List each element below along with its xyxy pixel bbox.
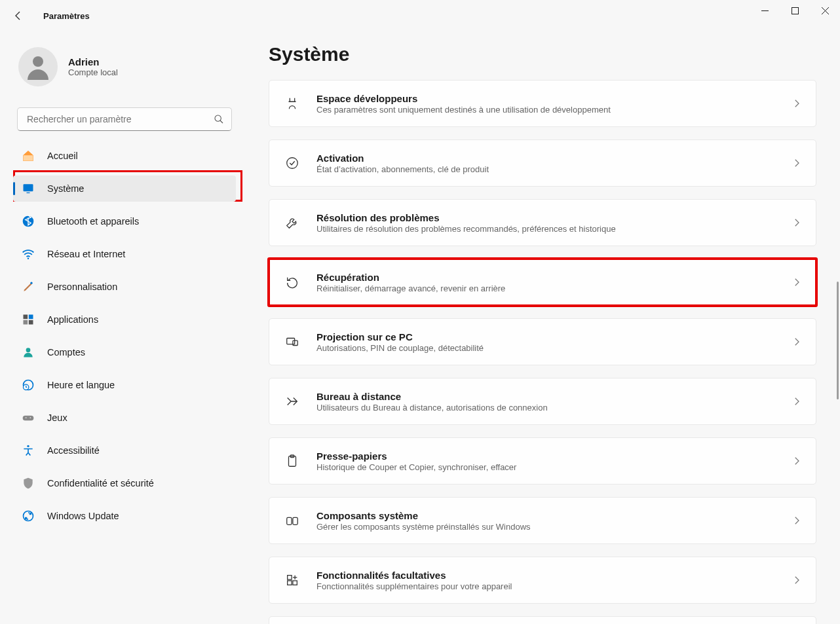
svg-rect-26	[287, 339, 295, 344]
card-subtitle: Utilisateurs du Bureau à distance, autor…	[316, 403, 791, 413]
card-subtitle: Historique de Couper et Copier, synchron…	[316, 462, 791, 472]
chevron-right-icon	[791, 276, 803, 288]
chevron-right-icon	[791, 98, 803, 109]
profile-block[interactable]: Adrien Compte local	[13, 42, 236, 97]
svg-point-12	[30, 282, 32, 284]
nav-reseau[interactable]: Réseau et Internet	[13, 241, 236, 267]
chevron-right-icon	[791, 574, 803, 586]
scrollbar-thumb[interactable]	[837, 282, 839, 399]
card-title: Projection sur ce PC	[316, 331, 791, 342]
chevron-right-icon	[791, 336, 803, 348]
back-button[interactable]	[5, 3, 31, 29]
nav-applications[interactable]: Applications	[13, 306, 236, 333]
card-projection[interactable]: Projection sur ce PC Autorisations, PIN …	[269, 318, 816, 365]
developer-icon	[282, 94, 302, 113]
person-icon	[21, 345, 35, 359]
card-subtitle: Ces paramètres sont uniquement destinés …	[316, 105, 791, 115]
card-title: Résolution des problèmes	[316, 212, 791, 223]
search-container	[17, 107, 232, 131]
svg-rect-20	[23, 416, 34, 421]
check-circle-icon	[282, 153, 302, 173]
profile-name: Adrien	[68, 56, 118, 67]
clipboard-icon	[282, 451, 302, 471]
svg-rect-8	[24, 184, 33, 191]
search-input[interactable]	[17, 107, 232, 131]
card-subtitle: Utilitaires de résolution des problèmes …	[316, 224, 791, 234]
nav-accueil[interactable]: Accueil	[13, 143, 236, 169]
recovery-icon	[282, 272, 302, 292]
apps-icon	[21, 312, 35, 327]
nav-confidentialite[interactable]: Confidentialité et sécurité	[13, 470, 236, 496]
card-title: Espace développeurs	[316, 93, 791, 104]
card-title: Récupération	[316, 272, 791, 283]
card-subtitle: Gérer les composants système préinstallé…	[316, 522, 791, 532]
update-icon	[21, 509, 35, 523]
card-fonctionnalites-facultatives[interactable]: Fonctionnalités facultatives Fonctionnal…	[269, 557, 816, 604]
svg-rect-33	[288, 581, 292, 585]
arrow-left-icon	[13, 10, 24, 21]
clock-globe-icon	[21, 378, 35, 392]
shield-icon	[21, 476, 35, 490]
profile-subtitle: Compte local	[68, 67, 118, 77]
projection-icon	[282, 332, 302, 352]
card-title: Presse-papiers	[316, 450, 791, 462]
svg-rect-15	[24, 320, 28, 325]
card-activation[interactable]: Activation État d’activation, abonnement…	[269, 139, 816, 187]
nav-jeux[interactable]: Jeux	[13, 405, 236, 431]
card-presse-papiers[interactable]: Presse-papiers Historique de Couper et C…	[269, 437, 816, 485]
accessibility-icon	[21, 443, 35, 458]
nav-heure[interactable]: Heure et langue	[13, 372, 236, 398]
svg-rect-27	[293, 340, 297, 345]
nav-systeme[interactable]: Système	[13, 175, 236, 202]
svg-rect-1	[792, 7, 798, 14]
card-espace-developpeurs[interactable]: Espace développeurs Ces paramètres sont …	[269, 80, 816, 127]
wrench-icon	[282, 213, 302, 232]
maximize-button[interactable]	[780, 0, 810, 21]
svg-point-5	[215, 115, 221, 121]
close-button[interactable]	[810, 0, 840, 21]
paint-icon	[21, 280, 35, 294]
card-bureau-distance[interactable]: Bureau à distance Utilisateurs du Bureau…	[269, 378, 816, 425]
close-icon	[822, 7, 829, 14]
card-resolution-problemes[interactable]: Résolution des problèmes Utilitaires de …	[269, 199, 816, 246]
bluetooth-icon	[21, 214, 35, 229]
nav-label: Heure et langue	[47, 380, 115, 390]
nav-accessibilite[interactable]: Accessibilité	[13, 437, 236, 464]
svg-rect-30	[287, 517, 292, 524]
svg-rect-9	[27, 193, 30, 193]
svg-point-21	[26, 417, 27, 418]
card-subtitle: État d’activation, abonnements, clé de p…	[316, 164, 791, 174]
svg-rect-14	[29, 315, 33, 320]
nav-label: Personnalisation	[47, 282, 117, 292]
svg-rect-7	[24, 155, 33, 160]
titlebar: Paramètres	[0, 0, 840, 31]
card-subtitle: Fonctionnalités supplémentaires pour vot…	[316, 581, 791, 591]
sidebar: Adrien Compte local Accueil Système Blue…	[0, 31, 242, 624]
nav-comptes[interactable]: Comptes	[13, 339, 236, 365]
gamepad-icon	[21, 411, 35, 425]
nav-label: Accueil	[47, 151, 78, 161]
svg-point-25	[287, 158, 298, 169]
nav-label: Système	[47, 183, 84, 194]
nav-label: Confidentialité et sécurité	[47, 478, 154, 488]
svg-rect-31	[293, 517, 297, 524]
main-panel: Système Espace développeurs Ces paramètr…	[242, 31, 840, 624]
card-title: Bureau à distance	[316, 391, 791, 402]
card-partial[interactable]	[269, 616, 816, 624]
nav-windowsupdate[interactable]: Windows Update	[13, 503, 236, 529]
svg-line-6	[220, 120, 223, 123]
window-controls	[750, 0, 840, 26]
nav-label: Réseau et Internet	[47, 249, 125, 259]
wifi-icon	[21, 247, 35, 261]
nav-personnalisation[interactable]: Personnalisation	[13, 274, 236, 300]
card-composants-systeme[interactable]: Composants système Gérer les composants …	[269, 497, 816, 544]
components-icon	[282, 511, 302, 530]
svg-point-11	[28, 257, 29, 259]
minimize-button[interactable]	[750, 0, 780, 21]
nav-bluetooth[interactable]: Bluetooth et appareils	[13, 208, 236, 234]
page-title: Système	[269, 43, 816, 65]
svg-rect-16	[29, 320, 33, 325]
svg-rect-32	[288, 576, 292, 579]
avatar	[18, 47, 58, 86]
card-recuperation[interactable]: Récupération Réinitialiser, démarrage av…	[269, 259, 816, 306]
